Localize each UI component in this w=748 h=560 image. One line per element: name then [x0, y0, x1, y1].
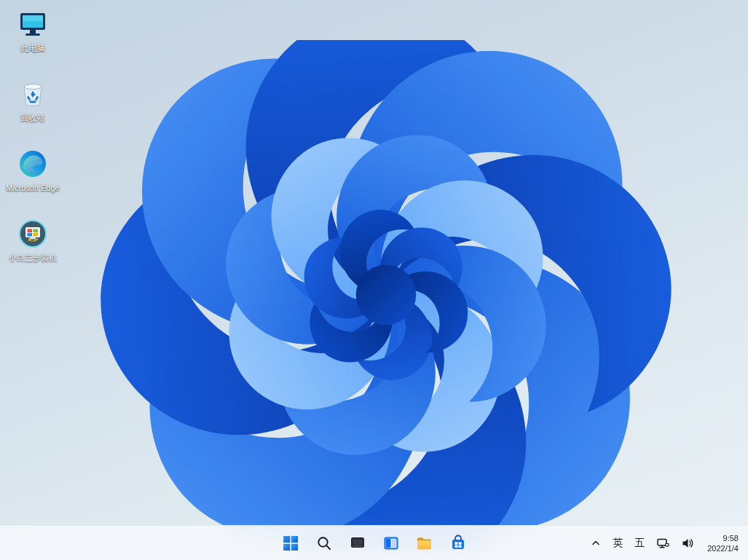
volume-button[interactable]: [676, 529, 699, 558]
search-icon: [316, 535, 332, 551]
desktop-icon-microsoft-edge[interactable]: Microsoft Edge: [4, 147, 61, 211]
widgets-button[interactable]: [377, 529, 406, 558]
desktop-icon-label: Microsoft Edge: [6, 183, 59, 193]
xiaobai-installer-icon: [16, 217, 50, 251]
search-button[interactable]: [310, 529, 339, 558]
tray-date: 2022/1/4: [707, 544, 739, 553]
ime-language-label: 英: [613, 537, 623, 550]
folder-icon: [415, 535, 433, 553]
ime-language-button[interactable]: 英: [607, 529, 628, 558]
desktop-icon-label: 此电脑: [21, 43, 45, 53]
microsoft-edge-icon: [16, 147, 50, 181]
speaker-icon: [681, 537, 694, 550]
ime-mode-label: 五: [634, 537, 645, 550]
wallpaper-bloom: [73, 40, 699, 550]
network-button[interactable]: [651, 529, 674, 558]
task-view-button[interactable]: [343, 529, 372, 558]
chevron-up-icon: [591, 538, 601, 548]
taskbar-tray: 英 五 9:58 2022/1/4: [586, 526, 745, 560]
store-bag-icon: [449, 535, 467, 552]
tray-overflow-button[interactable]: [586, 529, 606, 558]
widgets-icon: [382, 535, 400, 552]
bloom-illustration-icon: [73, 40, 699, 550]
microsoft-store-button[interactable]: [444, 529, 473, 558]
taskbar-center-buttons: [276, 526, 473, 560]
desktop-icon-this-pc[interactable]: 此电脑: [4, 7, 61, 71]
taskbar: 英 五 9:58 2022/1/4: [0, 525, 748, 560]
task-view-icon: [349, 535, 366, 552]
tray-time: 9:58: [723, 534, 739, 543]
desktop-icon-xiaobai-installer[interactable]: 小白三步装机: [4, 217, 61, 281]
desktop-icon-recycle-bin[interactable]: 回收站: [4, 77, 61, 141]
this-pc-icon: [16, 7, 50, 41]
desktop-icon-list: 此电脑 回收站: [4, 7, 61, 281]
clock-button[interactable]: 9:58 2022/1/4: [701, 529, 745, 558]
desktop-icon-label: 小白三步装机: [9, 253, 57, 263]
ime-mode-button[interactable]: 五: [629, 529, 650, 558]
start-button[interactable]: [276, 529, 305, 558]
file-explorer-button[interactable]: [410, 529, 439, 558]
windows-logo-icon: [283, 535, 299, 551]
network-icon: [656, 537, 669, 550]
desktop-icon-label: 回收站: [21, 113, 45, 123]
recycle-bin-icon: [16, 77, 50, 111]
